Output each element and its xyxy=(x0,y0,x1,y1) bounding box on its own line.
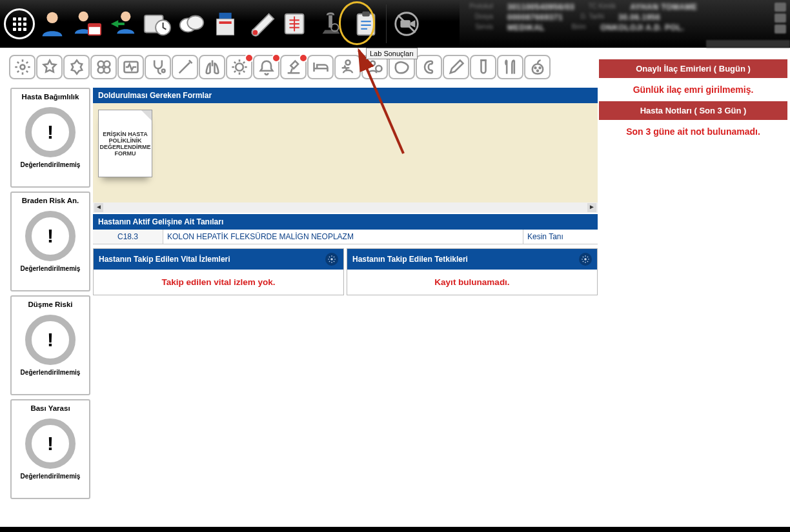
toolbar-divider xyxy=(386,5,387,43)
thermometer-button[interactable] xyxy=(244,0,279,48)
lab-results-tooltip: Lab Sonuçları xyxy=(366,48,418,59)
svg-point-36 xyxy=(330,258,333,261)
right-sidebar: Onaylı İlaç Emirleri ( Bugün ) Günlük il… xyxy=(599,59,787,143)
vital-header: Hastanın Takip Edilen Vital İzlemleri xyxy=(99,255,230,264)
form-document[interactable]: ERİŞKİN HASTA POLİKLİNİK DEĞERLENDİRME F… xyxy=(98,110,152,177)
forms-body: ERİŞKİN HASTA POLİKLİNİK DEĞERLENDİRME F… xyxy=(93,103,598,202)
main-toolbar: Protokol301100540956/03TC KimlikAYHAN TO… xyxy=(0,0,790,48)
tests-settings-button[interactable] xyxy=(579,253,592,266)
svg-point-1 xyxy=(79,12,88,21)
diagnosis-name: KOLON HEPATİK FLEKSÜRDE MALİGN NEOPLAZM xyxy=(163,230,523,244)
svg-rect-11 xyxy=(219,21,232,24)
svg-point-0 xyxy=(46,12,57,23)
patient-schedule-button[interactable] xyxy=(70,0,105,48)
risk-card-braden[interactable]: Braden Risk An. ! Değerlendirilmemiş xyxy=(10,192,90,291)
patient-info-panel: Protokol301100540956/03TC KimlikAYHAN TO… xyxy=(460,0,790,48)
svg-point-12 xyxy=(253,30,258,35)
xray-button[interactable] xyxy=(279,0,314,48)
vital-settings-button[interactable] xyxy=(325,253,338,266)
lab-results-button[interactable] xyxy=(314,0,349,48)
main-content: Doldurulması Gereken Formlar ERİŞKİN HAS… xyxy=(93,88,598,499)
forms-scrollbar[interactable]: ◄ ► xyxy=(93,202,598,213)
orders-header: Onaylı İlaç Emirleri ( Bugün ) xyxy=(599,59,787,78)
orders-empty-message: Günlük ilaç emri girilmemiş. xyxy=(599,78,787,101)
svg-rect-9 xyxy=(219,13,232,19)
risk-cards-column: Hasta Bağımlılık ! Değerlendirilmemiş Br… xyxy=(0,55,93,499)
risk-card-dependency[interactable]: Hasta Bağımlılık ! Değerlendirilmemiş xyxy=(10,88,90,188)
svg-rect-17 xyxy=(362,12,370,17)
diagnoses-header: Hastanın Aktif Gelişine Ait Tanıları xyxy=(93,214,598,230)
risk-card-pressure[interactable]: Bası Yarası ! Değerlendirilmemiş xyxy=(10,399,90,499)
diagnosis-row[interactable]: C18.3 KOLON HEPATİK FLEKSÜRDE MALİGN NEO… xyxy=(93,230,598,244)
diagnosis-type: Kesin Tanı xyxy=(523,230,598,244)
diagnosis-code: C18.3 xyxy=(93,230,163,244)
notes-header: Hasta Notları ( Son 3 Gün ) xyxy=(599,101,787,120)
clock-button[interactable] xyxy=(139,0,174,48)
patient-button[interactable] xyxy=(35,0,70,48)
svg-rect-10 xyxy=(217,19,234,35)
apps-menu-button[interactable] xyxy=(4,8,35,39)
svg-point-37 xyxy=(584,258,587,261)
tests-panel: Hastanın Takip Edilen Tetkikleri Kayıt b… xyxy=(347,248,598,295)
forms-header: Doldurulması Gereken Formlar xyxy=(93,88,598,103)
scroll-right-icon[interactable]: ► xyxy=(587,203,596,212)
vital-panel: Hastanın Takip Edilen Vital İzlemleri Ta… xyxy=(93,248,344,295)
tests-header: Hastanın Takip Edilen Tetkikleri xyxy=(352,255,468,264)
patient-transfer-button[interactable] xyxy=(105,0,139,48)
risk-card-fall[interactable]: Düşme Riski ! Değerlendirilmemiş xyxy=(10,295,90,395)
notes-empty-message: Son 3 güne ait not bulunamadı. xyxy=(599,120,787,143)
no-camera-button[interactable] xyxy=(389,0,424,48)
tests-empty-message: Kayıt bulunamadı. xyxy=(347,270,597,295)
svg-rect-3 xyxy=(88,24,101,27)
svg-point-8 xyxy=(187,16,203,30)
scroll-left-icon[interactable]: ◄ xyxy=(94,203,103,212)
clipboard-button[interactable] xyxy=(349,0,383,48)
svg-point-4 xyxy=(121,12,130,21)
patient-actions[interactable] xyxy=(775,3,786,34)
bottom-bar xyxy=(0,527,790,532)
pills-button[interactable] xyxy=(174,0,209,48)
vital-empty-message: Takip edilen vital izlem yok. xyxy=(94,270,343,295)
medication-box-button[interactable] xyxy=(209,0,244,48)
